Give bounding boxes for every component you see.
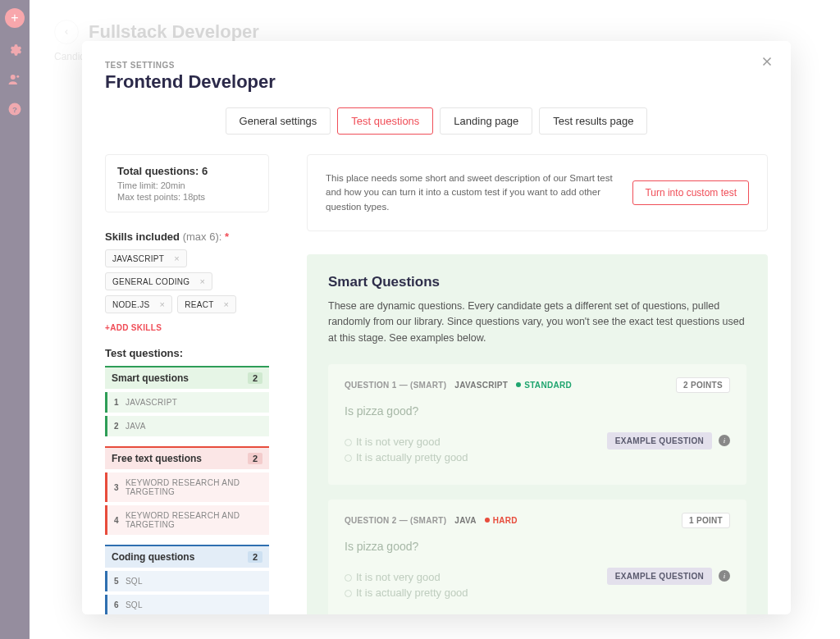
tab-questions[interactable]: Test questions <box>337 107 433 135</box>
difficulty-badge: STANDARD <box>516 381 572 390</box>
info-box: This place needs some short and sweet de… <box>307 154 768 231</box>
question-card: QUESTION 2 — (SMART) JAVA HARD 1 POINT I… <box>328 500 746 614</box>
skill-chip: JAVASCRIPT× <box>105 249 187 267</box>
question-text: Is pizza good? <box>345 404 730 418</box>
app-root: + ? Fullstack Developer Candidates TEST … <box>0 0 840 639</box>
info-icon[interactable]: i <box>719 435 730 446</box>
tab-results[interactable]: Test results page <box>539 107 647 135</box>
smart-desc: These are dynamic questions. Every candi… <box>328 299 746 346</box>
remove-icon[interactable]: × <box>221 299 233 309</box>
tab-landing[interactable]: Landing page <box>440 107 532 135</box>
answer-option: It is not very good <box>345 571 574 583</box>
remove-icon[interactable]: × <box>196 276 208 286</box>
difficulty-badge: HARD <box>485 516 518 525</box>
left-column: Total questions: 6 Time limit: 20min Max… <box>105 154 269 614</box>
remove-icon[interactable]: × <box>156 299 168 309</box>
answer-option: It is actually pretty good <box>345 451 574 463</box>
example-tag: EXAMPLE QUESTION <box>607 432 712 450</box>
count-badge: 2 <box>248 372 262 384</box>
question-item[interactable]: 6SQL <box>105 595 269 614</box>
summary-box: Total questions: 6 Time limit: 20min Max… <box>105 154 269 212</box>
tab-general[interactable]: General settings <box>226 107 331 135</box>
count-badge: 2 <box>248 453 262 464</box>
right-column: This place needs some short and sweet de… <box>307 154 768 614</box>
question-card-head: QUESTION 2 — (SMART) JAVA HARD 1 POINT <box>345 513 730 528</box>
question-card: QUESTION 1 — (SMART) JAVASCRIPT STANDARD… <box>328 364 746 485</box>
modal-eyebrow: TEST SETTINGS <box>105 61 768 70</box>
points-badge: 2 POINTS <box>676 377 730 393</box>
group-coding[interactable]: Coding questions 2 <box>105 545 269 568</box>
skill-chip: REACT× <box>177 295 236 313</box>
question-item[interactable]: 3KEYWORD RESEARCH AND TARGETING <box>105 472 269 502</box>
group-freetext[interactable]: Free text questions 2 <box>105 446 269 469</box>
tabs: General settings Test questions Landing … <box>105 107 768 135</box>
group-smart[interactable]: Smart questions 2 <box>105 366 269 389</box>
question-item[interactable]: 5SQL <box>105 571 269 591</box>
example-tag: EXAMPLE QUESTION <box>607 568 712 585</box>
skill-chip: GENERAL CODING× <box>105 272 212 290</box>
points-badge: 1 POINT <box>682 513 730 528</box>
turn-custom-button[interactable]: Turn into custom test <box>632 180 749 205</box>
skill-chip: NODE.JS× <box>105 295 172 313</box>
smart-panel: Smart Questions These are dynamic questi… <box>307 254 768 614</box>
count-badge: 2 <box>248 551 262 563</box>
answer-option: It is not very good <box>345 436 574 448</box>
question-item[interactable]: 1JAVASCRIPT <box>105 392 269 413</box>
skills-heading: Skills included (max 6): * <box>105 230 269 243</box>
question-item[interactable]: 2JAVA <box>105 416 269 436</box>
smart-title: Smart Questions <box>328 274 746 290</box>
example-block: EXAMPLE QUESTION i <box>607 432 730 450</box>
add-skills-button[interactable]: +ADD SKILLS <box>105 323 162 332</box>
answers: It is not very good It is actually prett… <box>345 568 574 602</box>
question-card-head: QUESTION 1 — (SMART) JAVASCRIPT STANDARD… <box>345 377 730 393</box>
question-text: Is pizza good? <box>345 540 730 553</box>
modal-content: Total questions: 6 Time limit: 20min Max… <box>105 154 768 614</box>
questions-heading: Test questions: <box>105 347 269 359</box>
summary-points: Max test points: 18pts <box>117 192 257 202</box>
modal-title: Frontend Developer <box>105 71 768 93</box>
example-block: EXAMPLE QUESTION i <box>607 568 730 585</box>
answers: It is not very good It is actually prett… <box>345 432 574 467</box>
info-icon[interactable]: i <box>719 570 730 582</box>
answer-option: It is actually pretty good <box>345 587 574 599</box>
test-settings-modal: TEST SETTINGS Frontend Developer General… <box>82 41 791 614</box>
summary-time: Time limit: 20min <box>117 180 257 190</box>
question-item[interactable]: 4KEYWORD RESEARCH AND TARGETING <box>105 505 269 535</box>
summary-total: Total questions: 6 <box>117 165 257 177</box>
remove-icon[interactable]: × <box>171 253 183 263</box>
skills-chips: JAVASCRIPT× GENERAL CODING× NODE.JS× REA… <box>105 249 269 313</box>
info-text: This place needs some short and sweet de… <box>326 171 616 214</box>
close-icon[interactable] <box>760 54 774 71</box>
